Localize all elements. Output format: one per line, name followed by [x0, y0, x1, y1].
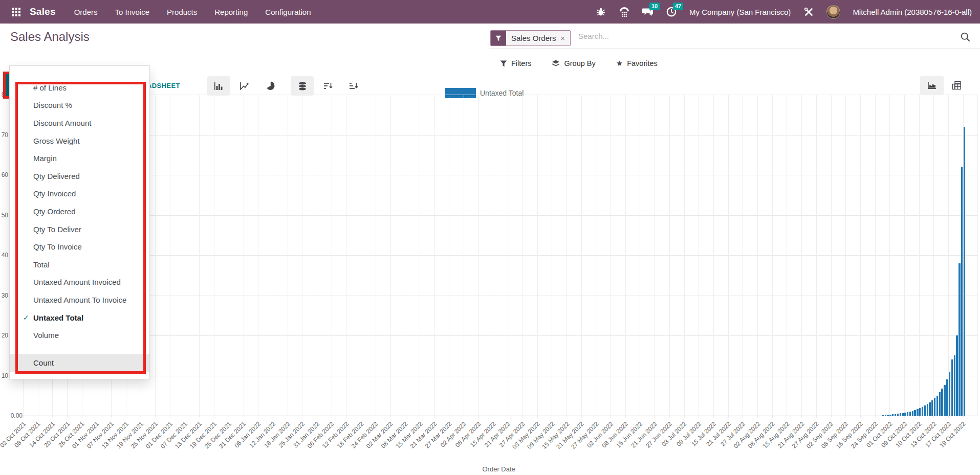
measure-item-volume[interactable]: Volume — [10, 326, 149, 344]
messages-icon[interactable]: 10 — [642, 6, 654, 17]
favorites-button[interactable]: ★ Favorites — [616, 59, 658, 68]
gridline-v — [229, 95, 229, 418]
gridline-v — [273, 95, 273, 418]
filter-icon — [500, 60, 507, 67]
bar-untaxed-total — [931, 400, 933, 416]
gridline-v — [581, 95, 582, 418]
measure-item-discount-amount[interactable]: Discount Amount — [10, 114, 149, 132]
bar-untaxed-total — [937, 396, 938, 416]
measure-item-count[interactable]: Count — [10, 354, 149, 372]
apps-menu-icon[interactable] — [7, 3, 25, 20]
bar-untaxed-total — [954, 355, 955, 416]
group-by-button[interactable]: Group By — [552, 59, 595, 67]
pivot-view-icon[interactable] — [945, 76, 968, 95]
app-menu: OrdersTo InvoiceProductsReportingConfigu… — [74, 8, 311, 16]
grid-icon — [12, 8, 20, 16]
bar-untaxed-total — [904, 413, 906, 416]
y-tick-label: 40 — [0, 252, 8, 259]
bar-untaxed-total — [934, 398, 935, 416]
menu-item-configuration[interactable]: Configuration — [265, 8, 311, 16]
gridline-h — [23, 255, 977, 256]
gridline-v — [420, 95, 420, 418]
group-by-icon — [552, 60, 560, 67]
gridline-v — [684, 95, 685, 418]
user-menu[interactable]: Mitchell Admin (20380576-16-0-all) — [853, 8, 972, 16]
gridline-v — [904, 95, 905, 418]
bar-untaxed-total — [951, 359, 953, 416]
gridline-v — [302, 95, 302, 418]
menu-item-orders[interactable]: Orders — [74, 8, 98, 16]
graph-view-icon[interactable] — [920, 76, 944, 95]
y-tick-label: 60 — [0, 171, 8, 178]
measure-item-qty-ordered[interactable]: Qty Ordered — [10, 202, 149, 220]
gridline-v — [757, 95, 758, 418]
gridline-v — [816, 95, 817, 418]
sales-analysis-screen: Sales OrdersTo InvoiceProductsReportingC… — [0, 0, 980, 475]
measures-list: # of LinesDiscount %Discount AmountGross… — [10, 66, 149, 372]
activities-icon[interactable]: 47 — [666, 6, 677, 17]
search-bar[interactable]: Sales Orders × Search... — [489, 27, 980, 49]
measure-item--of-lines[interactable]: # of Lines — [10, 79, 149, 97]
filters-button[interactable]: Filters — [500, 59, 531, 67]
bar-untaxed-total — [917, 409, 918, 416]
gridline-h — [23, 215, 977, 216]
measure-item-qty-to-deliver[interactable]: Qty To Deliver — [10, 220, 149, 238]
search-options-row: Filters Group By ★ Favorites — [489, 53, 658, 74]
bar-untaxed-total — [956, 335, 957, 416]
bug-icon[interactable] — [595, 6, 606, 17]
y-tick-label: 10 — [0, 372, 8, 379]
gridline-h — [23, 175, 977, 175]
measure-item-margin[interactable]: Margin — [10, 149, 149, 167]
bar-untaxed-total — [961, 167, 963, 416]
user-avatar[interactable] — [826, 5, 840, 19]
sort-asc-icon[interactable] — [342, 76, 365, 96]
search-icon[interactable] — [960, 32, 971, 44]
pie-chart-icon[interactable] — [258, 76, 281, 96]
menu-item-to-invoice[interactable]: To Invoice — [115, 8, 150, 16]
measure-item-qty-delivered[interactable]: Qty Delivered — [10, 167, 149, 185]
bar-untaxed-total — [964, 127, 965, 416]
measure-item-qty-invoiced[interactable]: Qty Invoiced — [10, 185, 149, 203]
gridline-v — [258, 95, 258, 418]
bar-untaxed-total — [882, 415, 884, 416]
gridline-v — [787, 95, 787, 418]
gridline-v — [244, 95, 244, 418]
gridline-v — [464, 95, 464, 418]
debug-tools-icon[interactable] — [803, 6, 814, 17]
gridline-v — [831, 95, 832, 418]
dropdown-divider — [10, 349, 149, 349]
y-tick-label: 0.00 — [0, 412, 23, 419]
bar-untaxed-total — [900, 413, 901, 416]
gridline-v — [185, 95, 185, 418]
bar-chart-icon[interactable] — [207, 76, 230, 96]
sort-desc-icon[interactable] — [316, 76, 339, 96]
measure-item-gross-weight[interactable]: Gross Weight — [10, 132, 149, 150]
x-axis-title: Order Date — [483, 465, 515, 473]
check-icon: ✓ — [23, 313, 29, 322]
bar-untaxed-total — [949, 372, 950, 416]
gridline-v — [596, 95, 596, 418]
measure-item-qty-to-invoice[interactable]: Qty To Invoice — [10, 238, 149, 256]
dialer-icon[interactable] — [619, 6, 630, 17]
search-input[interactable]: Search... — [578, 32, 609, 40]
stacked-icon[interactable] — [291, 76, 314, 96]
measure-item-total[interactable]: Total — [10, 256, 149, 274]
bar-untaxed-total — [919, 408, 921, 416]
measure-item-untaxed-amount-to-invoice[interactable]: Untaxed Amount To Invoice — [10, 291, 149, 309]
measure-item-discount-[interactable]: Discount % — [10, 97, 149, 115]
bar-untaxed-total — [889, 415, 891, 416]
bar-untaxed-total — [897, 414, 899, 416]
measure-item-untaxed-total[interactable]: ✓Untaxed Total — [10, 309, 149, 327]
bar-untaxed-total — [927, 404, 928, 416]
line-chart-icon[interactable] — [233, 76, 256, 96]
menu-item-reporting[interactable]: Reporting — [214, 8, 248, 16]
app-name[interactable]: Sales — [30, 6, 56, 17]
gridline-v — [493, 95, 493, 418]
facet-remove-icon[interactable]: × — [561, 34, 565, 42]
measure-item-untaxed-amount-invoiced[interactable]: Untaxed Amount Invoiced — [10, 274, 149, 291]
company-switcher[interactable]: My Company (San Francisco) — [689, 8, 791, 16]
menu-item-products[interactable]: Products — [167, 8, 197, 16]
bar-untaxed-total — [909, 412, 911, 416]
top-navbar: Sales OrdersTo InvoiceProductsReportingC… — [0, 0, 980, 24]
chart-legend[interactable]: Untaxed Total — [445, 88, 524, 98]
